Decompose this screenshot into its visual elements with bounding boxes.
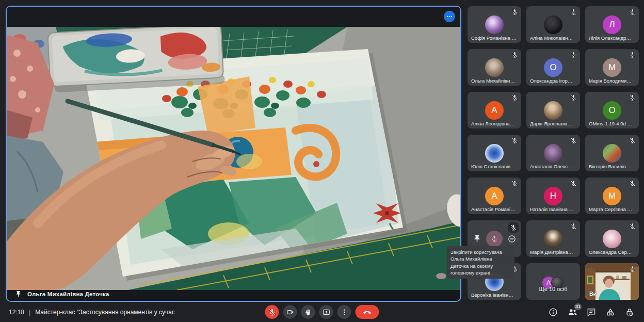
pin-participant-button[interactable] [473, 234, 481, 243]
participant-tile[interactable]: М Марія Володими… [585, 49, 639, 86]
remove-participant-button[interactable] [507, 234, 517, 244]
clock-time: 12:18 [9, 309, 24, 316]
mic-off-icon [629, 9, 636, 15]
more-vert-icon [340, 308, 348, 316]
participant-tile[interactable]: А Аліна Леонідівна… [468, 92, 521, 128]
participant-tile[interactable]: М Марта Сергіївна … [585, 178, 639, 214]
mic-off-icon [490, 235, 498, 243]
participant-tile[interactable]: А Анастасія Романі… [468, 178, 521, 214]
host-controls-button[interactable] [624, 307, 636, 318]
camera-icon [286, 308, 294, 316]
participant-name: Дарія Ярославів… [530, 121, 577, 126]
mic-mute-button[interactable] [265, 305, 279, 319]
mic-off-icon [511, 137, 518, 144]
avatar: Л [603, 15, 621, 34]
activities-icon [605, 307, 616, 317]
avatar-letter: А [491, 105, 497, 116]
avatar-letter: O [608, 105, 615, 116]
mic-off-icon [629, 180, 636, 187]
avatar-letter: Н [550, 191, 556, 201]
painting-video-frame [7, 7, 461, 302]
chat-button[interactable] [586, 307, 598, 318]
participant-tile[interactable]: Анастасія Олекс… [526, 135, 580, 171]
avatar [544, 15, 562, 34]
meeting-panels: 31 [548, 302, 636, 322]
participant-tile[interactable]: Дарія Ярославів… [526, 92, 580, 128]
pin-icon [15, 291, 22, 297]
participant-tile[interactable]: Олександра Сер… [585, 220, 639, 257]
call-controls [265, 302, 379, 322]
avatar: А [485, 101, 504, 120]
participant-name: Анастасія Романі… [471, 206, 518, 212]
self-view-tile[interactable]: Ви [585, 263, 639, 300]
mute-participant-button[interactable] [486, 231, 503, 247]
mic-off-icon [629, 52, 636, 58]
participant-tile[interactable]: О Олександра Ігор… [526, 49, 580, 86]
more-options-button[interactable] [337, 305, 351, 319]
self-view-label: Ви [589, 291, 597, 297]
meeting-title: Майстер-клас “Застосування орнаментів у … [35, 309, 174, 316]
mic-off-icon [268, 308, 276, 316]
avatar: O [603, 101, 621, 120]
end-call-button[interactable] [356, 305, 379, 319]
camera-button[interactable] [283, 305, 297, 319]
participants-count-badge: 31 [574, 303, 582, 311]
participant-name: Марія Володими… [589, 78, 636, 84]
avatar [485, 15, 504, 34]
more-options-icon [446, 13, 453, 20]
avatar: А [485, 187, 504, 205]
participant-name: Вікторія Василів… [589, 164, 636, 169]
divider: | [29, 309, 30, 316]
call-end-icon [362, 307, 373, 317]
avatar: Н [544, 187, 562, 205]
avatar [544, 101, 562, 120]
activities-button[interactable] [605, 307, 617, 318]
host-lock-icon [624, 307, 635, 317]
overflow-tile[interactable]: А Ще 10 осіб [526, 263, 580, 300]
participant-name: Марта Сергіївна … [589, 206, 636, 212]
avatar: М [603, 58, 621, 77]
mic-off-icon [511, 94, 518, 101]
mic-off-icon [511, 180, 518, 187]
avatar-letter: А [546, 279, 551, 286]
participant-tile[interactable]: Ольга Михайлівн… [468, 49, 521, 86]
video-more-options-button[interactable] [444, 11, 455, 22]
participant-tile[interactable]: Л Лілія Олександр… [585, 6, 639, 43]
participant-tile[interactable]: Вікторія Василів… [585, 135, 639, 171]
people-button[interactable]: 31 [567, 307, 578, 318]
overflow-count-label: Ще 10 осіб [526, 286, 580, 292]
meet-window: Ольга Михайлівна Деточка Софія Романівна… [0, 0, 644, 322]
participant-name: Вероніка Іванівн… [471, 292, 518, 298]
mic-off-icon [570, 52, 577, 58]
participant-name: Аліна Миколаївн… [530, 35, 577, 41]
participant-name: Юлія Станіславів… [471, 164, 518, 169]
pin-tooltip: Закріпити користувача Ольга Михайлівна Д… [447, 246, 514, 279]
mic-off-icon [511, 9, 518, 15]
participant-name: OMms-1-19-4.0d … [589, 121, 636, 126]
mic-off-icon [629, 137, 636, 144]
participant-tile[interactable]: Юлія Станіславів… [468, 135, 521, 171]
avatar-letter: А [491, 191, 497, 201]
info-button[interactable] [548, 307, 559, 318]
participant-tile[interactable]: Аліна Миколаївн… [526, 6, 580, 43]
participant-name: Ольга Михайлівн… [471, 78, 518, 84]
participant-tile[interactable]: Марія Дмитрівна… [526, 220, 580, 257]
present-screen-button[interactable] [319, 305, 333, 319]
avatar-letter: Л [609, 20, 615, 30]
participant-tile[interactable]: O OMms-1-19-4.0d … [585, 92, 639, 128]
avatar [485, 58, 504, 77]
hand-icon [304, 308, 312, 316]
bottom-bar: 12:18 | Майстер-клас “Застосування орнам… [0, 302, 644, 322]
participant-name: Аліна Леонідівна… [471, 121, 518, 126]
info-icon [548, 307, 558, 317]
participant-name: Софія Романівна … [471, 35, 518, 41]
meeting-info: 12:18 | Майстер-клас “Застосування орнам… [9, 302, 174, 322]
avatar-letter: М [608, 191, 616, 201]
avatar [544, 230, 562, 248]
participant-tile[interactable]: Софія Романівна … [468, 6, 521, 43]
avatar-letter: О [550, 62, 556, 73]
participant-name: Лілія Олександр… [589, 35, 636, 41]
participant-tile[interactable]: Н Наталія Іванівна … [526, 178, 580, 214]
participant-name: Анастасія Олекс… [530, 164, 577, 169]
raise-hand-button[interactable] [301, 305, 315, 319]
